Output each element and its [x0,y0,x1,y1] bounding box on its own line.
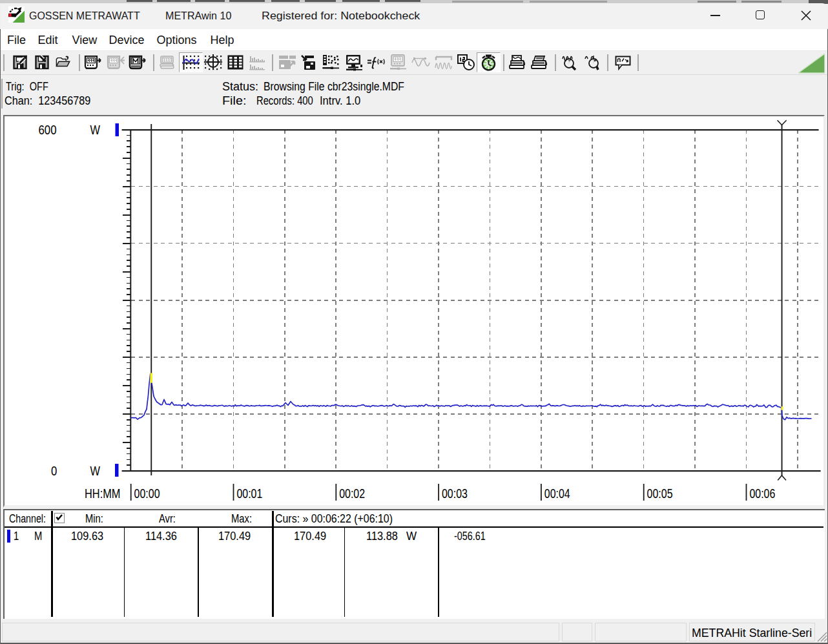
svg-text:HH:MM: HH:MM [85,486,120,501]
svg-text:W: W [90,122,101,137]
svg-text:00:03: 00:03 [442,485,468,501]
svg-text:00:06: 00:06 [749,485,775,501]
svg-text:00:05: 00:05 [647,485,673,501]
svg-text:600: 600 [39,122,57,137]
svg-text:00:00: 00:00 [134,485,160,501]
svg-text:00:02: 00:02 [339,485,365,501]
svg-text:00:01: 00:01 [236,485,262,501]
svg-text:0: 0 [51,463,57,478]
svg-text:00:04: 00:04 [544,485,570,501]
svg-text:W: W [90,463,101,478]
